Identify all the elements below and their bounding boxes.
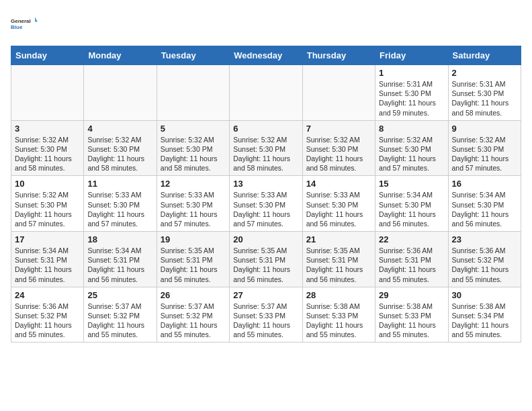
calendar-week-row: 1Sunrise: 5:31 AM Sunset: 5:30 PM Daylig…	[11, 65, 521, 121]
calendar-weekday-header: Saturday	[448, 46, 521, 65]
calendar-weekday-header: Tuesday	[157, 46, 229, 65]
day-number: 14	[306, 179, 371, 189]
calendar-day-cell: 4Sunrise: 5:32 AM Sunset: 5:30 PM Daylig…	[84, 120, 157, 176]
calendar-day-cell: 13Sunrise: 5:33 AM Sunset: 5:30 PM Dayli…	[230, 176, 302, 232]
calendar-day-cell: 5Sunrise: 5:32 AM Sunset: 5:30 PM Daylig…	[157, 120, 229, 176]
calendar-weekday-header: Monday	[84, 46, 157, 65]
day-info: Sunrise: 5:33 AM Sunset: 5:30 PM Dayligh…	[87, 190, 152, 228]
day-info: Sunrise: 5:32 AM Sunset: 5:30 PM Dayligh…	[15, 135, 80, 173]
day-info: Sunrise: 5:37 AM Sunset: 5:32 PM Dayligh…	[87, 302, 152, 340]
day-number: 7	[306, 124, 371, 134]
day-number: 5	[161, 124, 226, 134]
day-info: Sunrise: 5:32 AM Sunset: 5:30 PM Dayligh…	[161, 135, 226, 173]
calendar-day-cell	[11, 65, 84, 121]
calendar-day-cell	[302, 65, 375, 121]
day-info: Sunrise: 5:31 AM Sunset: 5:30 PM Dayligh…	[379, 79, 444, 118]
calendar-day-cell: 12Sunrise: 5:33 AM Sunset: 5:30 PM Dayli…	[157, 176, 229, 232]
day-number: 18	[87, 234, 152, 244]
calendar-day-cell: 26Sunrise: 5:37 AM Sunset: 5:32 PM Dayli…	[157, 287, 229, 342]
calendar-day-cell: 1Sunrise: 5:31 AM Sunset: 5:30 PM Daylig…	[375, 65, 448, 121]
calendar-day-cell: 18Sunrise: 5:34 AM Sunset: 5:31 PM Dayli…	[84, 232, 157, 287]
svg-text:Blue: Blue	[11, 24, 23, 30]
calendar-day-cell: 28Sunrise: 5:38 AM Sunset: 5:33 PM Dayli…	[302, 287, 375, 342]
calendar-day-cell: 10Sunrise: 5:32 AM Sunset: 5:30 PM Dayli…	[11, 176, 84, 232]
calendar-weekday-header: Sunday	[11, 46, 84, 65]
logo-svg: General Blue	[11, 11, 38, 38]
day-number: 1	[379, 68, 444, 78]
day-info: Sunrise: 5:35 AM Sunset: 5:31 PM Dayligh…	[161, 246, 226, 284]
day-info: Sunrise: 5:36 AM Sunset: 5:32 PM Dayligh…	[15, 302, 80, 340]
calendar-day-cell: 11Sunrise: 5:33 AM Sunset: 5:30 PM Dayli…	[84, 176, 157, 232]
day-info: Sunrise: 5:38 AM Sunset: 5:33 PM Dayligh…	[379, 302, 444, 340]
calendar-day-cell: 19Sunrise: 5:35 AM Sunset: 5:31 PM Dayli…	[157, 232, 229, 287]
calendar-day-cell: 30Sunrise: 5:38 AM Sunset: 5:34 PM Dayli…	[448, 287, 521, 342]
calendar-week-row: 10Sunrise: 5:32 AM Sunset: 5:30 PM Dayli…	[11, 176, 521, 232]
calendar-day-cell: 20Sunrise: 5:35 AM Sunset: 5:31 PM Dayli…	[230, 232, 302, 287]
svg-text:General: General	[11, 18, 31, 24]
day-number: 17	[15, 234, 80, 244]
day-info: Sunrise: 5:32 AM Sunset: 5:30 PM Dayligh…	[379, 135, 444, 173]
day-number: 24	[15, 290, 80, 300]
day-info: Sunrise: 5:32 AM Sunset: 5:30 PM Dayligh…	[15, 190, 80, 228]
logo: General Blue	[11, 11, 38, 38]
calendar-week-row: 24Sunrise: 5:36 AM Sunset: 5:32 PM Dayli…	[11, 287, 521, 342]
day-number: 25	[87, 290, 152, 300]
day-number: 2	[452, 68, 517, 78]
calendar-day-cell: 8Sunrise: 5:32 AM Sunset: 5:30 PM Daylig…	[375, 120, 448, 176]
calendar-day-cell: 2Sunrise: 5:31 AM Sunset: 5:30 PM Daylig…	[448, 65, 521, 121]
calendar-weekday-header: Thursday	[302, 46, 375, 65]
day-info: Sunrise: 5:31 AM Sunset: 5:30 PM Dayligh…	[452, 79, 517, 118]
calendar-day-cell: 16Sunrise: 5:34 AM Sunset: 5:30 PM Dayli…	[448, 176, 521, 232]
day-number: 9	[452, 124, 517, 134]
day-info: Sunrise: 5:36 AM Sunset: 5:31 PM Dayligh…	[379, 246, 444, 284]
day-info: Sunrise: 5:32 AM Sunset: 5:30 PM Dayligh…	[233, 135, 298, 173]
calendar-day-cell: 15Sunrise: 5:34 AM Sunset: 5:30 PM Dayli…	[375, 176, 448, 232]
day-number: 23	[452, 234, 517, 244]
calendar-day-cell: 24Sunrise: 5:36 AM Sunset: 5:32 PM Dayli…	[11, 287, 84, 342]
day-number: 8	[379, 124, 444, 134]
calendar-day-cell: 29Sunrise: 5:38 AM Sunset: 5:33 PM Dayli…	[375, 287, 448, 342]
day-info: Sunrise: 5:38 AM Sunset: 5:33 PM Dayligh…	[306, 302, 371, 340]
day-info: Sunrise: 5:34 AM Sunset: 5:30 PM Dayligh…	[452, 190, 517, 228]
calendar-day-cell: 7Sunrise: 5:32 AM Sunset: 5:30 PM Daylig…	[302, 120, 375, 176]
day-number: 26	[161, 290, 226, 300]
calendar-weekday-header: Wednesday	[230, 46, 302, 65]
day-info: Sunrise: 5:33 AM Sunset: 5:30 PM Dayligh…	[161, 190, 226, 228]
day-number: 6	[233, 124, 298, 134]
day-number: 22	[379, 234, 444, 244]
day-number: 4	[87, 124, 152, 134]
day-number: 11	[87, 179, 152, 189]
calendar-day-cell: 27Sunrise: 5:37 AM Sunset: 5:33 PM Dayli…	[230, 287, 302, 342]
day-number: 3	[15, 124, 80, 134]
calendar-header-row: SundayMondayTuesdayWednesdayThursdayFrid…	[11, 46, 521, 65]
calendar-day-cell: 21Sunrise: 5:35 AM Sunset: 5:31 PM Dayli…	[302, 232, 375, 287]
day-info: Sunrise: 5:34 AM Sunset: 5:31 PM Dayligh…	[87, 246, 152, 284]
day-number: 13	[233, 179, 298, 189]
calendar-week-row: 3Sunrise: 5:32 AM Sunset: 5:30 PM Daylig…	[11, 120, 521, 176]
day-info: Sunrise: 5:34 AM Sunset: 5:30 PM Dayligh…	[379, 190, 444, 228]
day-number: 15	[379, 179, 444, 189]
calendar-weekday-header: Friday	[375, 46, 448, 65]
calendar-day-cell: 3Sunrise: 5:32 AM Sunset: 5:30 PM Daylig…	[11, 120, 84, 176]
calendar-week-row: 17Sunrise: 5:34 AM Sunset: 5:31 PM Dayli…	[11, 232, 521, 287]
calendar-day-cell: 23Sunrise: 5:36 AM Sunset: 5:32 PM Dayli…	[448, 232, 521, 287]
day-info: Sunrise: 5:36 AM Sunset: 5:32 PM Dayligh…	[452, 246, 517, 284]
day-number: 21	[306, 234, 371, 244]
day-info: Sunrise: 5:33 AM Sunset: 5:30 PM Dayligh…	[233, 190, 298, 228]
day-number: 29	[379, 290, 444, 300]
day-info: Sunrise: 5:34 AM Sunset: 5:31 PM Dayligh…	[15, 246, 80, 284]
day-number: 27	[233, 290, 298, 300]
day-info: Sunrise: 5:35 AM Sunset: 5:31 PM Dayligh…	[306, 246, 371, 284]
day-info: Sunrise: 5:37 AM Sunset: 5:33 PM Dayligh…	[233, 302, 298, 340]
day-number: 19	[161, 234, 226, 244]
calendar-day-cell	[157, 65, 229, 121]
day-info: Sunrise: 5:32 AM Sunset: 5:30 PM Dayligh…	[306, 135, 371, 173]
day-info: Sunrise: 5:37 AM Sunset: 5:32 PM Dayligh…	[161, 302, 226, 340]
day-info: Sunrise: 5:33 AM Sunset: 5:30 PM Dayligh…	[306, 190, 371, 228]
day-number: 16	[452, 179, 517, 189]
calendar-day-cell: 17Sunrise: 5:34 AM Sunset: 5:31 PM Dayli…	[11, 232, 84, 287]
day-info: Sunrise: 5:32 AM Sunset: 5:30 PM Dayligh…	[452, 135, 517, 173]
svg-marker-2	[35, 17, 38, 22]
day-number: 30	[452, 290, 517, 300]
calendar-day-cell	[84, 65, 157, 121]
